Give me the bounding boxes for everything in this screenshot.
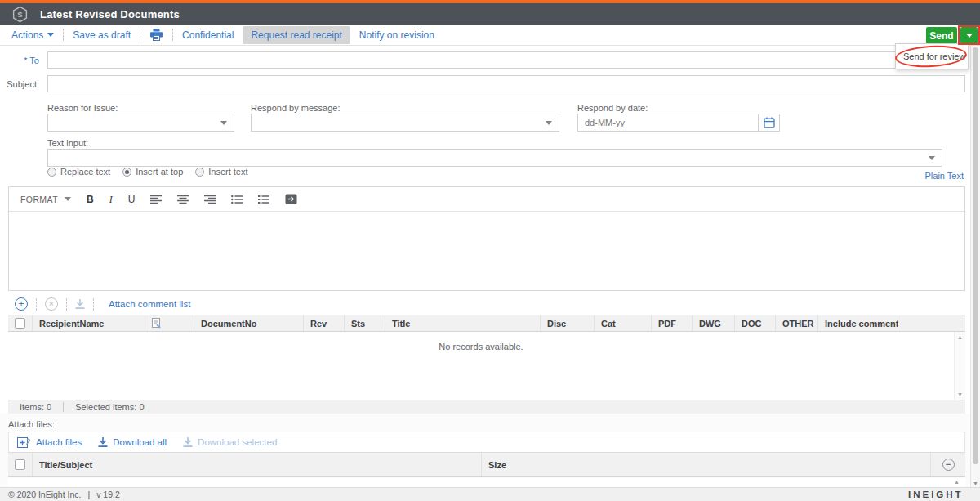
scroll-down-icon[interactable]: ▼: [973, 481, 978, 486]
radio-circle-icon: [122, 168, 131, 177]
col-size[interactable]: Size: [482, 453, 931, 476]
col-title[interactable]: Title: [385, 315, 541, 331]
radio-circle-icon: [195, 168, 204, 177]
text-input-select[interactable]: [47, 149, 942, 167]
documents-table-scrollbar[interactable]: ▲ ▼: [954, 332, 965, 400]
insert-mode-radio-group: Replace text Insert at top Insert text: [47, 167, 248, 177]
main-toolbar: Actions Save as draft Confidential Reque…: [0, 25, 980, 46]
radio-insert-at-top[interactable]: Insert at top: [122, 167, 183, 177]
ineight-logo-icon: S: [11, 6, 29, 23]
col-include-comment[interactable]: Include comment: [818, 315, 898, 331]
col-rev[interactable]: Rev: [304, 315, 345, 331]
remove-recipient-icon[interactable]: ✕: [45, 297, 58, 311]
reason-for-issue-select[interactable]: [47, 114, 234, 132]
italic-button[interactable]: I: [109, 195, 113, 204]
respond-by-date-field: [577, 114, 780, 132]
col-recipient-name[interactable]: RecipientName: [33, 315, 145, 331]
toolbar-divider: [93, 298, 94, 311]
documents-table-header: RecipientName DocumentNo Rev Sts Title D…: [8, 315, 954, 332]
col-other[interactable]: OTHER: [776, 315, 818, 331]
collapse-icon[interactable]: −: [942, 459, 955, 471]
attachments-select-all-checkbox[interactable]: [15, 459, 25, 470]
toolbar-divider: [172, 29, 173, 41]
scroll-down-icon[interactable]: ▼: [957, 391, 963, 397]
to-label: * To: [0, 56, 39, 65]
subject-input[interactable]: [47, 75, 965, 92]
actions-label: Actions: [11, 29, 43, 41]
plain-text-link[interactable]: Plain Text: [905, 171, 964, 181]
subject-label: Subject:: [0, 79, 39, 89]
document-preview-icon: [152, 318, 162, 329]
request-read-receipt-toggle[interactable]: Request read receipt: [243, 26, 350, 44]
documents-toolbar: + ✕ Attach comment list: [8, 294, 965, 314]
editor-toolbar: FORMAT B I U: [9, 187, 964, 212]
actions-menu-button[interactable]: Actions: [11, 29, 54, 41]
documents-table-body: No records available.: [8, 332, 954, 400]
rich-text-editor: FORMAT B I U: [8, 186, 965, 291]
save-as-draft-button[interactable]: Save as draft: [73, 29, 131, 41]
toolbar-divider: [36, 298, 37, 311]
bullet-list-icon[interactable]: [231, 195, 243, 204]
respond-by-date-label: Respond by date:: [577, 103, 648, 113]
chevron-down-icon: [47, 33, 54, 37]
page-scrollbar[interactable]: ▼: [970, 46, 980, 487]
format-dropdown[interactable]: FORMAT: [20, 195, 71, 204]
align-center-icon[interactable]: [177, 195, 189, 204]
align-right-icon[interactable]: [204, 195, 216, 204]
underline-button[interactable]: U: [128, 195, 136, 204]
download-icon: [183, 437, 193, 448]
notify-on-revision-button[interactable]: Notify on revision: [359, 29, 434, 41]
col-pdf[interactable]: PDF: [652, 315, 693, 331]
items-count: Items: 0: [8, 402, 63, 412]
col-sts[interactable]: Sts: [345, 315, 385, 331]
respond-by-message-select[interactable]: [251, 114, 559, 132]
col-title-subject[interactable]: Title/Subject: [33, 453, 482, 476]
toolbar-divider: [66, 298, 67, 311]
respond-by-date-input[interactable]: [578, 118, 758, 127]
editor-content-area[interactable]: [9, 212, 964, 290]
download-selected-button[interactable]: Download selected: [183, 437, 277, 448]
print-icon[interactable]: [149, 29, 163, 41]
scrollbar-thumb[interactable]: [973, 47, 978, 464]
col-doc[interactable]: DOC: [735, 315, 776, 331]
version-link[interactable]: v 19.2: [96, 490, 120, 499]
to-input[interactable]: [47, 51, 965, 69]
footer: © 2020 InEight Inc. | v 19.2 INEIGHT: [0, 487, 980, 501]
chevron-down-icon: [929, 156, 935, 160]
radio-insert-text[interactable]: Insert text: [195, 167, 247, 177]
scroll-up-icon[interactable]: ▲: [954, 479, 960, 485]
reason-for-issue-label: Reason for Issue:: [47, 103, 118, 113]
numbered-list-icon[interactable]: [258, 195, 270, 204]
col-cat[interactable]: Cat: [595, 315, 652, 331]
indent-icon[interactable]: [285, 194, 297, 204]
page: S Latest Revised Documents Actions Save …: [0, 0, 980, 501]
chevron-down-icon: [546, 121, 552, 125]
col-document-no[interactable]: DocumentNo: [194, 315, 304, 331]
col-disc[interactable]: Disc: [541, 315, 595, 331]
text-input-label: Text input:: [47, 138, 88, 148]
scroll-up-icon[interactable]: ▲: [957, 334, 963, 340]
attachments-toolbar: Attach files Download all Download selec…: [8, 432, 965, 452]
send-button[interactable]: Send: [926, 27, 957, 44]
download-all-button[interactable]: Download all: [98, 437, 167, 448]
col-dwg[interactable]: DWG: [693, 315, 735, 331]
footer-divider: |: [87, 490, 90, 499]
col-comment-icon[interactable]: [145, 315, 194, 331]
attach-files-button[interactable]: Attach files: [17, 436, 82, 449]
toolbar-divider: [140, 29, 140, 41]
bold-button[interactable]: B: [87, 195, 94, 204]
attach-files-icon: [17, 436, 31, 449]
calendar-icon[interactable]: [758, 114, 779, 131]
ineight-brand-logo: INEIGHT: [908, 490, 964, 499]
select-all-checkbox[interactable]: [15, 318, 25, 329]
attach-comment-list-link[interactable]: Attach comment list: [109, 299, 190, 309]
copyright-text: © 2020 InEight Inc.: [8, 490, 81, 499]
radio-circle-icon: [47, 168, 56, 177]
align-left-icon[interactable]: [150, 195, 162, 204]
confidential-button[interactable]: Confidential: [182, 29, 234, 41]
add-recipient-icon[interactable]: +: [15, 297, 28, 311]
svg-text:S: S: [17, 10, 23, 19]
radio-replace-text[interactable]: Replace text: [47, 167, 110, 177]
page-title: Latest Revised Documents: [40, 8, 180, 20]
download-icon[interactable]: [75, 299, 85, 310]
